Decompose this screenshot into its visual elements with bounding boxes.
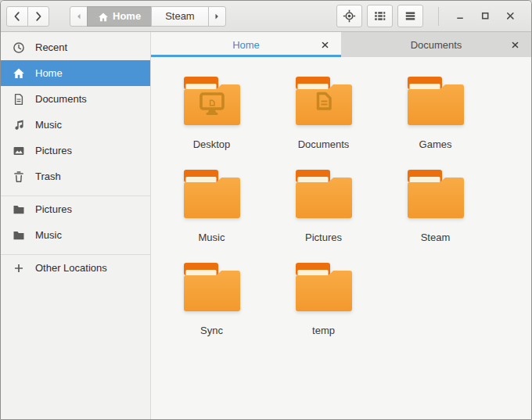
folder-label: Steam: [421, 232, 451, 243]
sidebar-item-pictures[interactable]: Pictures: [1, 138, 150, 163]
sidebar-item-home[interactable]: Home: [1, 60, 150, 86]
locate-icon: [343, 9, 356, 23]
folder-documents[interactable]: Documents: [268, 70, 379, 163]
chevron-left-icon: [11, 10, 23, 23]
sidebar-item-music[interactable]: Music: [1, 112, 150, 138]
breadcrumb-segment-home[interactable]: Home: [87, 6, 152, 27]
content-column: Home Documents Desktop: [151, 32, 531, 419]
home-icon: [98, 11, 109, 22]
hamburger-icon: [404, 9, 417, 23]
folder-icon: [184, 170, 240, 221]
header-separator: [438, 7, 439, 26]
folder-label: Music: [199, 232, 225, 243]
breadcrumb-label: Home: [113, 10, 141, 22]
file-view[interactable]: Desktop Documents Games Music: [151, 57, 531, 419]
sidebar-item-label: Other Locations: [35, 262, 107, 274]
folder-desktop[interactable]: Desktop: [156, 70, 268, 163]
chevron-right-icon: [32, 10, 45, 23]
home-icon: [13, 67, 25, 80]
header-right: [336, 5, 526, 27]
folder-icon: [13, 203, 25, 216]
header-bar: Home Steam: [1, 1, 531, 32]
folder-icon: [296, 77, 352, 128]
tab-home[interactable]: Home: [151, 32, 341, 57]
folder-icon: [184, 77, 240, 128]
nav-buttons: [6, 6, 49, 27]
sidebar-item-label: Documents: [35, 93, 87, 105]
folder-pictures[interactable]: Pictures: [268, 163, 379, 256]
tab-documents[interactable]: Documents: [341, 32, 531, 57]
header-actions: [336, 5, 423, 27]
tab-close-button[interactable]: [318, 38, 331, 51]
folder-icon: [408, 170, 464, 221]
close-icon: [510, 40, 520, 50]
tab-label: Documents: [411, 39, 462, 51]
minimize-button[interactable]: [454, 10, 466, 23]
close-icon: [320, 40, 330, 50]
list-view-icon: [373, 9, 386, 23]
clock-icon: [13, 41, 25, 54]
folder-icon: [296, 170, 352, 221]
sidebar-item-music[interactable]: Music: [1, 222, 150, 248]
arrow-left-icon: [74, 12, 84, 21]
sidebar-item-label: Music: [35, 119, 62, 131]
music-note-icon: [13, 119, 25, 131]
folder-icon: [184, 263, 240, 314]
maximize-button[interactable]: [479, 10, 491, 23]
menu-button[interactable]: [397, 5, 423, 27]
folder-temp[interactable]: temp: [268, 256, 379, 349]
folder-label: Sync: [200, 325, 223, 336]
list-view-button[interactable]: [367, 5, 393, 27]
plus-icon: [13, 262, 25, 275]
breadcrumb-segment-steam[interactable]: Steam: [151, 6, 209, 27]
folder-grid: Desktop Documents Games Music: [156, 70, 531, 349]
minimize-icon: [455, 10, 466, 22]
image-icon: [13, 145, 25, 157]
window-body: Recent Home Documents Music Pictures Tra…: [1, 32, 531, 419]
sidebar-item-pictures[interactable]: Pictures: [1, 196, 150, 222]
folder-label: Games: [419, 138, 452, 150]
sidebar-item-label: Home: [35, 67, 63, 79]
folder-steam[interactable]: Steam: [379, 163, 491, 256]
folder-label: Documents: [298, 138, 350, 150]
breadcrumb: Home Steam: [70, 6, 226, 27]
close-button[interactable]: [504, 10, 516, 23]
tab-label: Home: [232, 39, 260, 51]
folder-label: Desktop: [193, 138, 231, 150]
sidebar-item-label: Music: [35, 229, 62, 241]
sidebar-item-label: Pictures: [35, 145, 72, 156]
folder-icon: [296, 263, 352, 314]
locate-button[interactable]: [336, 5, 362, 27]
breadcrumb-scroll-right-button[interactable]: [208, 6, 226, 27]
breadcrumb-scroll-left-button[interactable]: [70, 6, 88, 27]
sidebar-item-label: Recent: [35, 41, 67, 53]
folder-label: temp: [312, 325, 335, 336]
file-manager-window: Home Steam Recent Home: [0, 0, 532, 420]
forward-button[interactable]: [27, 6, 49, 27]
sidebar: Recent Home Documents Music Pictures Tra…: [1, 32, 151, 419]
folder-label: Pictures: [305, 232, 342, 243]
arrow-right-icon: [212, 12, 221, 21]
breadcrumb-label: Steam: [165, 10, 195, 22]
back-button[interactable]: [6, 6, 28, 27]
tab-bar: Home Documents: [151, 32, 531, 57]
sidebar-item-label: Trash: [35, 171, 61, 182]
close-icon: [505, 10, 516, 22]
sidebar-item-documents[interactable]: Documents: [1, 86, 150, 112]
folder-music[interactable]: Music: [156, 163, 268, 256]
trash-icon: [13, 171, 25, 183]
folder-icon: [13, 229, 25, 242]
tab-close-button[interactable]: [509, 38, 521, 51]
folder-games[interactable]: Games: [379, 70, 491, 163]
sidebar-item-label: Pictures: [35, 203, 72, 215]
document-icon: [13, 93, 25, 106]
sidebar-item-recent[interactable]: Recent: [1, 34, 150, 60]
folder-icon: [408, 77, 464, 128]
sidebar-item-other-locations[interactable]: Other Locations: [1, 255, 150, 281]
sidebar-item-trash[interactable]: Trash: [1, 163, 150, 189]
folder-sync[interactable]: Sync: [156, 256, 268, 349]
window-controls: [454, 10, 516, 23]
maximize-icon: [480, 10, 491, 22]
